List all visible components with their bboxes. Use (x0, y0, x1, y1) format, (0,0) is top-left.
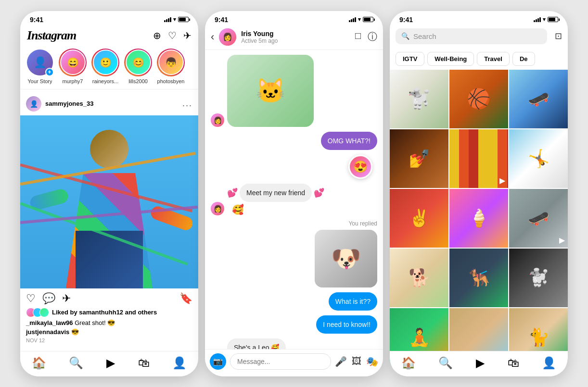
post-user-info: 👤 sammyjones_33 (26, 96, 93, 112)
grid-cell-3-3[interactable]: 🛹 ▶ (509, 189, 568, 248)
qr-scan-icon[interactable]: ⊡ (555, 31, 562, 41)
post-avatar: 👤 (26, 96, 41, 112)
post-header: 👤 sammyjones_33 ... (20, 92, 198, 115)
story-raineyors[interactable]: 🙂 raineyors... (91, 49, 119, 84)
category-more[interactable]: De (512, 52, 535, 66)
grid-cell-3-2[interactable]: 🍦 (449, 189, 508, 248)
video-call-icon[interactable]: □ (355, 30, 361, 43)
message-input[interactable] (230, 353, 331, 370)
message-input-icons: 🎤 🖼 🎭 (335, 356, 378, 367)
category-travel[interactable]: Travel (477, 52, 510, 66)
grid-cell-4-2[interactable]: 🐕‍🦺 (449, 249, 508, 307)
nav-profile-explore[interactable]: 👤 (542, 356, 556, 370)
instagram-logo: Instagram (27, 28, 76, 43)
grid-cell-2-3[interactable]: 🤸 (509, 129, 568, 188)
bottom-nav-explore: 🏠 🔍 ▶ 🛍 👤 (390, 351, 568, 376)
comment-icon[interactable]: 💬 (42, 292, 55, 305)
grid-cell-2-2[interactable]: ▶ (449, 129, 508, 188)
messages-area: 👩 🐱 OMG WHAT?! 😍 👩 (205, 50, 383, 376)
categories-row: IGTV Well-Being Travel De (390, 48, 568, 70)
story-lills2000[interactable]: 😊 lills2000 (124, 49, 152, 84)
grid-cell-1-1[interactable]: 🐩 (390, 70, 448, 128)
story-photosbyen-avatar-wrap: 👦 (157, 49, 185, 76)
feed-header: Instagram ⊕ ♡ ✈ (20, 25, 198, 47)
phone-messages: 9:41 ▾ ‹ 👩 Iris Young Active 5m ago (205, 11, 383, 376)
status-time-1: 9:41 (30, 16, 43, 24)
emoji-response: 🥰 (227, 204, 324, 215)
contact-name: Iris Young (241, 30, 350, 37)
status-bar-explore: 9:41 ▾ (390, 11, 568, 25)
nav-reels-explore[interactable]: ▶ (476, 356, 485, 370)
msg-bubble-needtoknow: I need to know!! (316, 315, 377, 334)
your-story-label: Your Story (28, 78, 52, 84)
nav-home[interactable]: 🏠 (32, 356, 46, 370)
info-icon[interactable]: ⓘ (368, 30, 377, 43)
grid-cell-2-1[interactable]: 💅 (390, 129, 448, 188)
message-input-bar: 📷 🎤 🖼 🎭 (205, 349, 383, 376)
nav-reels[interactable]: ▶ (106, 356, 115, 370)
grid-cell-3-1[interactable]: ✌ (390, 189, 448, 248)
story-avatar-raineyors: 🙂 (94, 50, 117, 74)
camera-button[interactable]: 📷 (210, 353, 226, 370)
voice-icon[interactable]: 🎤 (335, 356, 347, 367)
video-indicator: ▶ (499, 176, 505, 185)
sticker-icon[interactable]: 🎭 (366, 356, 378, 367)
gallery-icon[interactable]: 🖼 (352, 356, 361, 367)
nav-home-explore[interactable]: 🏠 (401, 356, 416, 370)
battery-icon-3 (548, 17, 558, 22)
grid-cell-4-3[interactable]: 🐩 (509, 249, 568, 307)
status-bar-feed: 9:41 ▾ (20, 11, 198, 25)
new-post-icon[interactable]: ⊕ (153, 30, 161, 41)
grid-cell-4-1[interactable]: 🐕 (390, 249, 448, 307)
bookmark-icon[interactable]: 🔖 (179, 292, 192, 305)
msg-bubble-what: What is it?? (329, 292, 377, 311)
post-liked-by: Liked by samanthuhh12 and others (20, 307, 198, 318)
replied-section: You replied 🐶 (211, 220, 377, 287)
story-raineyors-avatar-wrap: 🙂 (91, 49, 119, 76)
caption1-username: _mikayla_law96 (26, 319, 73, 326)
your-story-avatar-wrap: 👤 + (26, 49, 54, 76)
msg-sent-what: What is it?? (211, 292, 377, 311)
story-avatar-lills2000: 😊 (127, 50, 150, 74)
nav-shop[interactable]: 🛍 (138, 356, 150, 370)
contact-status: Active 5m ago (241, 37, 350, 44)
grid-cell-1-3[interactable]: 🛹 (509, 70, 568, 128)
like-icon[interactable]: ♡ (26, 292, 36, 305)
your-story[interactable]: 👤 + Your Story (26, 49, 54, 84)
caption1-text: Great shot! 😎 (73, 319, 115, 326)
grid-row-4: 🐕 🐕‍🦺 🐩 (390, 249, 568, 307)
replied-label: You replied (348, 220, 377, 227)
status-time-2: 9:41 (215, 16, 228, 24)
nav-search-explore[interactable]: 🔍 (438, 356, 453, 370)
category-igtv[interactable]: IGTV (396, 52, 424, 66)
status-icons-3: ▾ (534, 16, 558, 23)
search-bar[interactable]: 🔍 Search (396, 28, 547, 44)
video-indicator-2: ▶ (559, 236, 565, 245)
post-caption-1: _mikayla_law96 Great shot! 😎 (20, 318, 198, 327)
nav-shop-explore[interactable]: 🛍 (508, 356, 519, 370)
explore-search-row: 🔍 Search ⊡ (396, 28, 562, 44)
explore-header: 🔍 Search ⊡ (390, 25, 568, 48)
back-button[interactable]: ‹ (211, 31, 214, 43)
story-label-photosbyen: photosbyen (157, 78, 185, 84)
category-wellbeing[interactable]: Well-Being (427, 52, 474, 66)
nav-search[interactable]: 🔍 (69, 356, 83, 370)
search-placeholder-text: Search (413, 32, 541, 40)
heart-2: 💕 (314, 187, 324, 198)
share-icon[interactable]: ✈ (62, 292, 71, 305)
status-bar-msg: 9:41 ▾ (205, 11, 383, 25)
story-photosbyen[interactable]: 👦 photosbyen (157, 49, 185, 84)
phone-explore: 9:41 ▾ 🔍 Search ⊡ (390, 11, 568, 376)
msg-reaction: 😍 (211, 155, 377, 179)
post-more-icon[interactable]: ... (182, 99, 192, 109)
story-label-raineyors: raineyors... (92, 78, 118, 84)
heart-icon[interactable]: ♡ (168, 30, 177, 41)
grid-cell-1-2[interactable]: 🏀 (449, 70, 508, 128)
story-murphy7[interactable]: 😄 murphy7 (59, 49, 87, 84)
add-story-btn[interactable]: + (45, 68, 54, 76)
messenger-icon[interactable]: ✈ (183, 30, 192, 41)
nav-profile[interactable]: 👤 (172, 356, 187, 370)
post-caption-2: justjennadavis 😎 (20, 327, 198, 337)
battery-icon (178, 17, 189, 22)
story-avatar-photosbyen: 👦 (159, 50, 183, 74)
